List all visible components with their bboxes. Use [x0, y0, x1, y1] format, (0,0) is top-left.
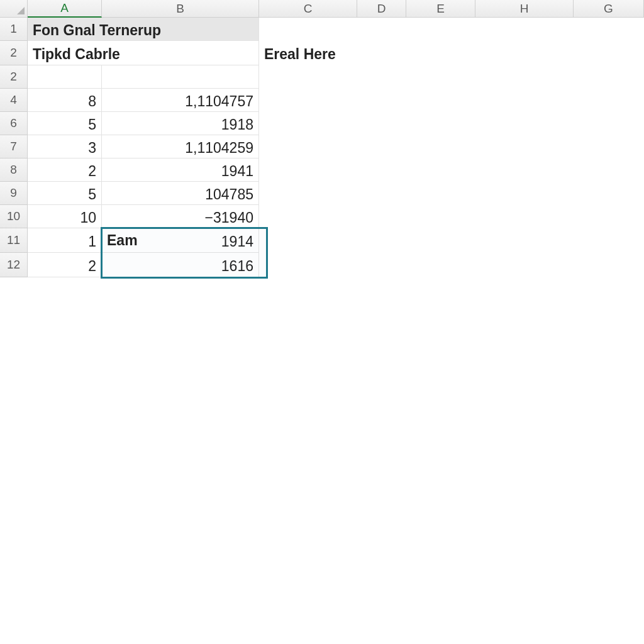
row-header-7[interactable]: 7: [0, 135, 28, 158]
row-header-11[interactable]: 11: [0, 228, 28, 253]
select-all-corner[interactable]: [0, 0, 28, 18]
column-header-h[interactable]: H: [475, 0, 574, 18]
cell-a3[interactable]: [28, 65, 102, 89]
cell-a4[interactable]: 8: [28, 89, 102, 112]
cell-c2[interactable]: Ereal Here: [259, 41, 406, 65]
row-header-2[interactable]: 2: [0, 41, 28, 65]
cell-b10[interactable]: −31940: [102, 205, 259, 228]
row-header-8[interactable]: 8: [0, 158, 28, 182]
cell-a10[interactable]: 10: [28, 205, 102, 228]
row-header-6[interactable]: 6: [0, 112, 28, 135]
column-header-g[interactable]: G: [574, 0, 644, 18]
spreadsheet-grid[interactable]: ABCDEHG 12246789101112 Fon Gnal Ternerup…: [0, 0, 644, 644]
cell-a2[interactable]: Tipkd Cabrle: [28, 41, 259, 65]
cell-a8[interactable]: 2: [28, 158, 102, 182]
row-header-10[interactable]: 10: [0, 205, 28, 228]
row-headers: 12246789101112: [0, 18, 28, 277]
cell-b12[interactable]: 1616: [102, 253, 259, 277]
cell-a9[interactable]: 5: [28, 182, 102, 205]
cell-a6[interactable]: 5: [28, 112, 102, 135]
cell-b4[interactable]: 1,1104757: [102, 89, 259, 112]
cell-b9[interactable]: 104785: [102, 182, 259, 205]
cell-a7[interactable]: 3: [28, 135, 102, 158]
cell-a1[interactable]: Fon Gnal Ternerup: [28, 18, 259, 41]
column-headers: ABCDEHG: [0, 0, 644, 18]
row-header-1[interactable]: 1: [0, 18, 28, 41]
cell-a11[interactable]: 1: [28, 228, 102, 253]
cell-b6[interactable]: 1918: [102, 112, 259, 135]
column-header-b[interactable]: B: [102, 0, 259, 18]
column-header-e[interactable]: E: [406, 0, 475, 18]
column-header-a[interactable]: A: [28, 0, 102, 18]
cell-a12[interactable]: 2: [28, 253, 102, 277]
row-header-9[interactable]: 9: [0, 182, 28, 205]
row-header-12[interactable]: 12: [0, 253, 28, 277]
cell-b11[interactable]: 1914: [102, 228, 259, 253]
column-header-c[interactable]: C: [259, 0, 357, 18]
row-header-4[interactable]: 4: [0, 89, 28, 112]
cell-b7[interactable]: 1,1104259: [102, 135, 259, 158]
cell-b3[interactable]: [102, 65, 259, 89]
cell-b8[interactable]: 1941: [102, 158, 259, 182]
row-header-2[interactable]: 2: [0, 65, 28, 89]
column-header-d[interactable]: D: [357, 0, 406, 18]
